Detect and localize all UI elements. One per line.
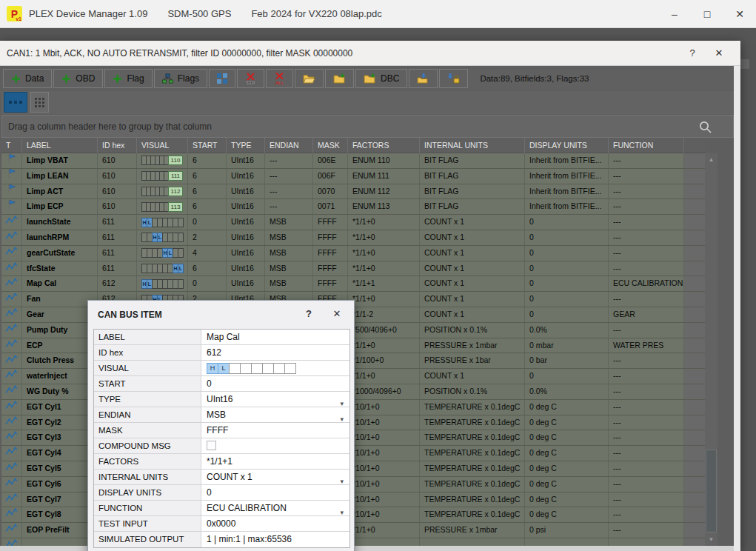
cell-visual: HL bbox=[137, 276, 188, 291]
tab-dots-view[interactable] bbox=[4, 92, 27, 113]
column-header-internal-units[interactable]: INTERNAL UNITS bbox=[420, 138, 525, 153]
toolbar-button-export-locked[interactable] bbox=[439, 69, 468, 88]
bit-cell[interactable] bbox=[229, 363, 241, 374]
can-close-button[interactable]: ✕ bbox=[711, 45, 727, 61]
cell-visual: HL bbox=[137, 215, 188, 230]
cell-id: 610 bbox=[98, 169, 137, 184]
toolbar-button-delete-all[interactable]: ALL bbox=[266, 69, 293, 88]
toolbar-button-delete[interactable] bbox=[237, 69, 264, 88]
column-header-endian[interactable]: ENDIAN bbox=[265, 138, 313, 153]
chevron-down-icon[interactable]: ▾ bbox=[340, 474, 344, 484]
table-row[interactable]: tfcState611HL6UInt16MSBFFFF*1/1+0COUNT x… bbox=[1, 261, 705, 277]
field-value-function[interactable]: ECU CALIBRATION▾ bbox=[201, 501, 349, 515]
table-row[interactable]: Limp VBAT6101106UInt16---006EENUM 110BIT… bbox=[1, 153, 705, 169]
field-value-factors[interactable]: *1/1+1 bbox=[201, 454, 349, 469]
field-value-id-hex[interactable]: 612 bbox=[201, 345, 349, 360]
table-row[interactable]: launchState611HL0UInt16MSBFFFF*1/1+0COUN… bbox=[1, 215, 705, 230]
column-header-mask[interactable]: MASK bbox=[313, 138, 348, 153]
dialog-close-button[interactable]: ✕ bbox=[330, 307, 344, 321]
toolbar-button-import[interactable] bbox=[325, 69, 354, 88]
cell-mask: 0070 bbox=[313, 184, 348, 199]
bit-cell[interactable]: H bbox=[207, 363, 218, 374]
field-value-internal-units[interactable]: COUNT x 1▾ bbox=[201, 470, 349, 484]
tab-grid-view[interactable] bbox=[30, 92, 49, 113]
bit-cell[interactable] bbox=[284, 363, 296, 374]
column-header-display-units[interactable]: DISPLAY UNITS bbox=[525, 138, 609, 153]
toolbar-button-import-dbc[interactable]: DBC bbox=[355, 69, 407, 88]
toolbar-button-add-flag[interactable]: Flag bbox=[104, 69, 152, 88]
field-value-compound-msg[interactable] bbox=[201, 438, 349, 453]
field-text: UInt16 bbox=[207, 394, 233, 404]
toolbar-button-flags[interactable]: Flags bbox=[154, 69, 207, 88]
field-value-start[interactable]: 0 bbox=[201, 376, 349, 391]
visual-bitfield-editor[interactable]: HL bbox=[207, 361, 349, 375]
chevron-down-icon[interactable]: ▾ bbox=[340, 505, 344, 515]
compound-msg-checkbox[interactable] bbox=[207, 441, 216, 450]
cell-display: 0.0% bbox=[525, 384, 609, 399]
column-header-type[interactable]: TYPE bbox=[227, 138, 265, 153]
column-header-t[interactable]: T bbox=[1, 138, 22, 153]
field-row-factors: FACTORS*1/1+1 bbox=[94, 454, 349, 470]
table-row[interactable]: Limp LEAN6101116UInt16---006FENUM 111BIT… bbox=[1, 169, 705, 184]
toolbar-button-add-obd[interactable]: OBD bbox=[53, 69, 103, 88]
cell-mask: FFFF bbox=[313, 215, 348, 230]
cell-internal: COUNT x 1 bbox=[420, 292, 525, 307]
field-label: FACTORS bbox=[94, 454, 201, 469]
scrollbar-thumb[interactable] bbox=[706, 450, 717, 532]
column-header-visual[interactable]: VISUAL bbox=[137, 138, 188, 153]
close-button[interactable]: ✕ bbox=[723, 0, 756, 28]
chevron-down-icon[interactable]: ▾ bbox=[340, 412, 344, 422]
chevron-down-icon[interactable]: ▾ bbox=[340, 396, 344, 407]
bit-cell[interactable] bbox=[262, 363, 274, 374]
field-value-endian[interactable]: MSB▾ bbox=[201, 407, 349, 422]
cell-internal: COUNT x 1 bbox=[420, 230, 525, 245]
cell-label: Fan bbox=[22, 292, 98, 307]
cell-icon bbox=[1, 384, 22, 399]
scroll-up-arrow-icon[interactable]: ▲ bbox=[705, 153, 717, 166]
toolbar-button-grid-view[interactable] bbox=[209, 69, 235, 88]
cell-mask: 0071 bbox=[313, 199, 348, 214]
bit-cell[interactable] bbox=[273, 363, 285, 374]
can-toolbar: DataOBDFlagFlagsALLDBCData:89, Bitfields… bbox=[1, 67, 734, 90]
column-header-label[interactable]: LABEL bbox=[22, 138, 98, 153]
toolbar-button-open[interactable] bbox=[295, 69, 324, 88]
field-value-visual[interactable]: HL bbox=[201, 361, 349, 375]
table-row[interactable]: Limp ECP6101136UInt16---0071ENUM 113BIT … bbox=[1, 199, 705, 215]
field-value-mask[interactable]: FFFF bbox=[201, 423, 349, 438]
toolbar-button-export[interactable] bbox=[409, 69, 438, 88]
search-icon[interactable] bbox=[698, 120, 712, 136]
cell-id: 611 bbox=[98, 215, 137, 230]
field-value-simulated-output[interactable]: 1 | min:1 | max:65536 bbox=[201, 532, 349, 547]
table-row[interactable]: Map Cal612HL0UInt16MSBFFFF*1/1+1COUNT x … bbox=[1, 276, 705, 292]
can-window-frame bbox=[734, 66, 740, 551]
field-value-test-input[interactable]: 0x0000 bbox=[201, 516, 349, 531]
scroll-down-arrow-icon[interactable]: ▼ bbox=[705, 533, 717, 546]
field-value-type[interactable]: UInt16▾ bbox=[201, 392, 349, 407]
bit-cell[interactable] bbox=[240, 363, 252, 374]
table-row[interactable]: launchRPM611HL2UInt16MSBFFFF*1/1+0COUNT … bbox=[1, 230, 705, 246]
maximize-button[interactable]: □ bbox=[691, 0, 723, 28]
can-help-button[interactable]: ? bbox=[684, 45, 700, 61]
dialog-help-button[interactable]: ? bbox=[301, 307, 316, 321]
vertical-scrollbar[interactable]: ▲ ▼ bbox=[705, 153, 717, 546]
field-label: FUNCTION bbox=[94, 501, 201, 515]
cell-icon bbox=[1, 276, 22, 291]
column-header-id-hex[interactable]: ID hex bbox=[98, 138, 137, 153]
group-by-bar[interactable]: Drag a column header here to group by th… bbox=[1, 115, 734, 138]
cell-internal: COUNT x 1 bbox=[420, 261, 525, 276]
cell-internal: TEMPERATURE x 0.1degC bbox=[420, 461, 525, 476]
column-header-function[interactable]: FUNCTION bbox=[609, 138, 684, 153]
table-row[interactable]: Limp ACT6101126UInt16---0070ENUM 112BIT … bbox=[1, 184, 705, 200]
bit-cell[interactable]: L bbox=[218, 363, 230, 374]
minimize-button[interactable]: – bbox=[658, 0, 691, 28]
field-label: MASK bbox=[94, 423, 201, 438]
cell-filler bbox=[684, 538, 705, 546]
cell-function: --- bbox=[609, 292, 684, 307]
table-row[interactable]: gearCutState611HL4UInt16MSBFFFF*1/1+0COU… bbox=[1, 246, 705, 261]
toolbar-button-add-data[interactable]: Data bbox=[3, 69, 52, 88]
field-value-display-units[interactable]: 0 bbox=[201, 485, 349, 500]
column-header-start[interactable]: START bbox=[188, 138, 227, 153]
column-header-factors[interactable]: FACTORS bbox=[348, 138, 420, 153]
bit-cell[interactable] bbox=[251, 363, 263, 374]
field-value-label[interactable]: Map Cal bbox=[201, 330, 349, 344]
